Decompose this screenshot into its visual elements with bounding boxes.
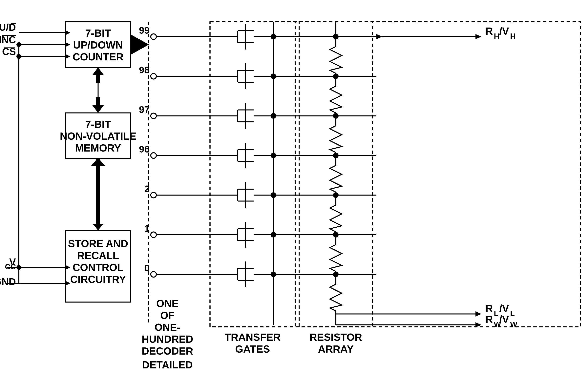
svg-text:HUNDRED: HUNDRED: [142, 333, 193, 345]
svg-text:CONTROL: CONTROL: [73, 262, 123, 273]
svg-text:98: 98: [139, 65, 150, 75]
svg-text:/V: /V: [499, 303, 509, 314]
svg-text:MEMORY: MEMORY: [75, 142, 121, 154]
svg-text:97: 97: [139, 104, 150, 115]
svg-text:R: R: [485, 314, 493, 325]
svg-point-65: [151, 113, 156, 119]
svg-text:DECODER: DECODER: [142, 345, 193, 357]
svg-point-59: [151, 34, 156, 39]
svg-point-68: [151, 153, 156, 158]
svg-text:1: 1: [144, 223, 150, 234]
svg-text:/V: /V: [499, 25, 509, 37]
svg-text:L: L: [510, 310, 515, 318]
svg-text:W: W: [510, 320, 517, 329]
svg-text:L: L: [494, 310, 498, 318]
svg-text:ARRAY: ARRAY: [318, 343, 354, 355]
svg-text:7-BIT: 7-BIT: [85, 27, 111, 39]
svg-text:0: 0: [144, 263, 150, 273]
svg-text:2: 2: [144, 184, 150, 194]
svg-text:TRANSFER: TRANSFER: [224, 331, 281, 343]
svg-text:NON-VOLATILE: NON-VOLATILE: [60, 130, 136, 142]
svg-text:CC: CC: [5, 263, 16, 271]
svg-text:H: H: [510, 32, 515, 41]
svg-text:ONE: ONE: [156, 298, 179, 309]
svg-point-74: [151, 232, 156, 238]
svg-point-62: [151, 73, 156, 79]
svg-text:GATES: GATES: [235, 343, 270, 355]
svg-point-77: [151, 272, 156, 277]
svg-text:H: H: [494, 32, 499, 41]
svg-text:99: 99: [139, 25, 150, 36]
svg-text:R: R: [485, 25, 493, 37]
diagram: 7-BIT UP/DOWN COUNTER 7-BIT NON-VOLATILE…: [0, 0, 588, 372]
svg-text:CIRCUITRY: CIRCUITRY: [70, 274, 126, 285]
svg-text:DETAILED: DETAILED: [142, 359, 193, 371]
svg-text:RECALL: RECALL: [77, 250, 119, 261]
svg-text:ONE-: ONE-: [155, 321, 180, 333]
svg-text:STORE AND: STORE AND: [68, 238, 128, 249]
svg-text:R: R: [485, 303, 493, 314]
svg-text:RESISTOR: RESISTOR: [310, 331, 362, 343]
svg-text:OF: OF: [160, 310, 175, 321]
svg-text:7-BIT: 7-BIT: [85, 118, 111, 130]
svg-text:GND: GND: [0, 276, 16, 287]
svg-point-56: [16, 54, 21, 59]
svg-text:INC: INC: [0, 34, 16, 45]
svg-text:96: 96: [139, 144, 150, 155]
svg-text:UP/DOWN: UP/DOWN: [73, 39, 123, 51]
svg-text:COUNTER: COUNTER: [73, 51, 123, 62]
svg-point-71: [151, 192, 156, 198]
svg-text:/V: /V: [499, 314, 509, 325]
svg-text:CS: CS: [2, 46, 16, 57]
